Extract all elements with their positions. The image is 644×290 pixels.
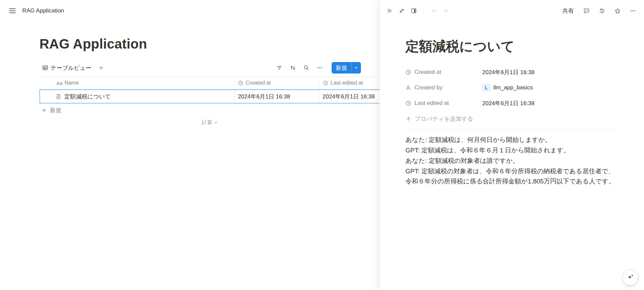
chevron-down-icon <box>214 121 218 124</box>
star-icon <box>614 8 621 14</box>
property-value[interactable]: 2024年6月1日 16:38 <box>480 67 536 78</box>
column-header-label: Name <box>64 80 79 86</box>
sort-button[interactable] <box>288 63 298 73</box>
property-label[interactable]: Created by <box>405 84 480 91</box>
side-peek-panel: 共有 定額減税について <box>379 0 644 290</box>
user-avatar: L <box>482 84 490 92</box>
column-header-name[interactable]: Aa Name <box>39 80 234 86</box>
filter-button[interactable] <box>274 63 284 73</box>
body-paragraph[interactable]: GPT: 定額減税の対象者は、令和６年分所得税の納税者である居住者で、令和６年分… <box>405 166 618 186</box>
new-dropdown-button[interactable] <box>351 62 361 74</box>
property-row-created-at: Created at 2024年6月1日 16:38 <box>405 64 618 80</box>
ellipsis-icon <box>317 65 323 71</box>
database-page: RAG Application テーブルビュー <box>0 36 379 126</box>
person-icon <box>405 85 411 91</box>
table-row[interactable]: 定額減税について 2024年6月1日 16:38 2024年6月1日 16:38 <box>39 89 379 104</box>
side-peek-toggle-button[interactable] <box>409 6 419 16</box>
property-row-last-edited-at: Last edited at 2024年6月1日 16:38 <box>405 95 618 111</box>
row-last-edited-at-cell[interactable]: 2024年6月1日 16:38 <box>319 90 379 103</box>
clock-icon <box>405 69 411 75</box>
property-label[interactable]: Last edited at <box>405 100 480 107</box>
page-panel-content: 定額減税について Created at 2024年6月1日 16:38 Crea… <box>380 22 644 290</box>
chevron-up-icon <box>431 8 436 13</box>
panel-page-title[interactable]: 定額減税について <box>405 37 618 56</box>
ai-assistant-button[interactable] <box>622 270 638 285</box>
sidebar-menu-button[interactable] <box>7 6 18 16</box>
chevron-down-icon <box>443 8 449 13</box>
body-paragraph[interactable]: あなた: 定額減税は、何月何日から開始しますか。 <box>405 135 618 145</box>
property-label[interactable]: Created at <box>405 69 480 76</box>
database-table: Aa Name Created at Last edited at <box>39 77 379 126</box>
left-topbar: RAG Application <box>0 0 379 22</box>
new-button-group: 新規 <box>332 62 361 74</box>
next-page-button[interactable] <box>441 6 451 16</box>
toolbar-divider <box>424 8 424 14</box>
comment-icon <box>583 8 590 14</box>
content-divider <box>405 129 618 129</box>
main-pane: RAG Application RAG Application テーブルビュー <box>0 0 379 290</box>
text-type-icon: Aa <box>56 80 62 86</box>
search-button[interactable] <box>301 63 311 73</box>
view-options-button[interactable] <box>315 63 325 73</box>
favorite-button[interactable] <box>612 6 622 16</box>
column-header-created-at[interactable]: Created at <box>234 80 319 86</box>
search-icon <box>303 65 309 71</box>
updates-history-button[interactable] <box>597 6 607 16</box>
double-chevron-right-icon <box>387 8 393 14</box>
body-paragraph[interactable]: GPT: 定額減税は、令和６年６月１日から開始されます。 <box>405 145 618 155</box>
view-tab-label: テーブルビュー <box>51 64 91 72</box>
ellipsis-icon <box>630 8 636 14</box>
column-header-label: Last edited at <box>331 80 363 86</box>
more-options-button[interactable] <box>628 6 638 16</box>
expand-page-button[interactable] <box>397 6 407 16</box>
add-row-button[interactable]: 新規 <box>39 104 379 117</box>
row-name-cell[interactable]: 定額減税について <box>40 90 234 103</box>
table-header-row: Aa Name Created at Last edited at <box>39 77 379 89</box>
panel-topbar-left <box>385 6 451 16</box>
breadcrumb[interactable]: RAG Application <box>22 7 64 14</box>
row-title[interactable]: 定額減税について <box>64 93 111 100</box>
body-paragraph[interactable]: あなた: 定額減税の対象者は誰ですか。 <box>405 156 618 166</box>
calculate-label: 計算 <box>202 119 212 126</box>
expand-diagonal-icon <box>399 8 405 14</box>
share-button[interactable]: 共有 <box>560 6 576 16</box>
page-title[interactable]: RAG Application <box>39 36 379 52</box>
property-row-created-by: Created by L llm_app_basics <box>405 80 618 95</box>
filter-icon <box>276 65 282 71</box>
clock-icon <box>405 100 411 106</box>
add-property-label: プロパティを追加する <box>415 115 473 123</box>
add-view-button[interactable] <box>96 63 106 73</box>
panel-topbar: 共有 <box>380 0 644 22</box>
page-document-icon <box>55 93 61 99</box>
new-button[interactable]: 新規 <box>332 62 351 74</box>
property-value[interactable]: L llm_app_basics <box>480 82 535 93</box>
row-created-at-cell[interactable]: 2024年6月1日 16:38 <box>234 90 319 103</box>
property-value[interactable]: 2024年6月1日 16:38 <box>480 98 536 109</box>
clock-icon <box>238 80 243 86</box>
plus-icon <box>405 116 411 122</box>
table-view-icon <box>42 65 48 71</box>
history-clock-icon <box>599 8 605 14</box>
property-label-text: Last edited at <box>415 100 449 107</box>
property-list: Created at 2024年6月1日 16:38 Created by L … <box>405 64 618 126</box>
column-header-last-edited-at[interactable]: Last edited at <box>319 80 379 86</box>
table-footer: 計算 <box>39 119 379 126</box>
close-peek-button[interactable] <box>385 6 395 16</box>
view-tab-table[interactable]: テーブルビュー <box>39 62 94 74</box>
plus-icon <box>41 108 47 113</box>
add-property-button[interactable]: プロパティを追加する <box>405 111 473 126</box>
hamburger-icon <box>8 7 17 15</box>
view-toolbar: 新規 <box>274 62 361 74</box>
user-name: llm_app_basics <box>493 84 533 91</box>
plus-icon <box>98 65 104 70</box>
clock-icon <box>323 80 328 86</box>
chevron-down-icon <box>354 66 358 70</box>
ai-sparkle-icon <box>626 274 634 281</box>
add-row-label: 新規 <box>50 107 61 114</box>
calculate-button[interactable]: 計算 <box>202 119 218 126</box>
comments-button[interactable] <box>581 6 591 16</box>
previous-page-button[interactable] <box>429 6 439 16</box>
column-header-label: Created at <box>246 80 271 86</box>
panel-topbar-right: 共有 <box>560 6 638 16</box>
view-bar: テーブルビュー <box>39 61 379 75</box>
